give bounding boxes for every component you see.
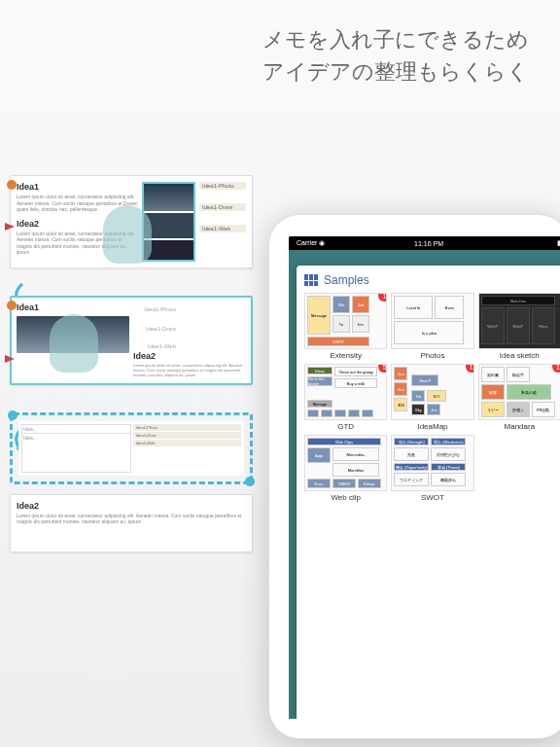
idea1-body: Lorem ipsum dolor sit amet, consectetur …	[17, 194, 138, 213]
tile-idea-sketch[interactable]: Sketches WebP WebP Hiera Idea sketch	[478, 293, 560, 360]
tile-extensity[interactable]: 1 Message Ret Jud Tu Inn SWOT Extensity	[304, 293, 387, 360]
headline: メモを入れ子にできるため アイデアの整理もらくらく	[262, 23, 529, 88]
ipad-frame: Carrier ◉ 11:16 PM ▮ Samples 1 Message R…	[268, 214, 560, 739]
demo-card-3-dashed[interactable]: Idea... Idea... Idea1-Photo Idea1-Draw I…	[10, 412, 253, 484]
statusbar: Carrier ◉ 11:16 PM ▮	[289, 236, 560, 250]
grid-icon	[304, 274, 318, 286]
samples-board[interactable]: Samples 1 Message Ret Jud Tu Inn SWOT Ex…	[297, 266, 560, 719]
tag-web[interactable]: Idea1-Web	[199, 225, 246, 232]
nesting-demo-stack: Idea1 Lorem ipsum dolor sit amet, consec…	[10, 175, 253, 552]
flag-icon	[5, 355, 15, 363]
demo-card-1[interactable]: Idea1 Lorem ipsum dolor sit amet, consec…	[10, 175, 253, 268]
idea1-title: Idea1	[17, 182, 138, 192]
headline-l2: アイデアの整理もらくらく	[262, 55, 529, 88]
demo-card-4[interactable]: Idea2 Lorem ipsum dolor sit amet, consec…	[10, 494, 253, 552]
clock: 11:16 PM	[289, 240, 560, 247]
pin-icon	[7, 301, 17, 310]
idea2-title: Idea2	[17, 219, 138, 229]
tile-web-clip[interactable]: Web Clips Appl Mercedes- Montblan Gucc O…	[304, 435, 387, 502]
tile-swot[interactable]: 強み (Strength) 弱み (Weakness) 先進 汎用性が少な 機会…	[391, 435, 473, 502]
board-title: Samples	[324, 273, 369, 287]
pin-icon	[7, 180, 17, 190]
ipad-screen: Carrier ◉ 11:16 PM ▮ Samples 1 Message R…	[289, 236, 560, 719]
tile-gtd[interactable]: 5 Inbox Clean out the garag Go to the do…	[304, 364, 387, 431]
tile-ideamap[interactable]: 1 Sca Sce 300 New P Tok N.Y. Sky Jes Ide…	[391, 364, 473, 431]
board-title-row: Samples	[304, 273, 560, 287]
tile-grid: 1 Message Ret Jud Tu Inn SWOT Extensity …	[304, 293, 560, 502]
demo-card-2[interactable]: Idea1 Idea1-Photo Idea1-Draw Idea1-Web I…	[10, 296, 253, 385]
tile-photos[interactable]: Local fo Even In a plan Photos	[391, 293, 473, 360]
idea2-title-2: Idea2	[133, 351, 246, 361]
idea2-body: Lorem ipsum dolor sit amet, consectetur …	[17, 231, 138, 256]
tag-draw[interactable]: Idea1-Draw	[199, 203, 246, 211]
idea2-title-4: Idea2	[17, 501, 246, 511]
flag-icon	[5, 223, 15, 231]
headline-l1: メモを入れ子にできるため	[262, 23, 529, 55]
tile-mandara[interactable]: 1 契約農 輸送手 顧客 野菜の販 リピー 評価シ PR活動 Mandara	[478, 364, 560, 431]
idea1-title-2: Idea1	[17, 302, 129, 312]
tag-photo[interactable]: Idea1-Photo	[199, 182, 246, 190]
